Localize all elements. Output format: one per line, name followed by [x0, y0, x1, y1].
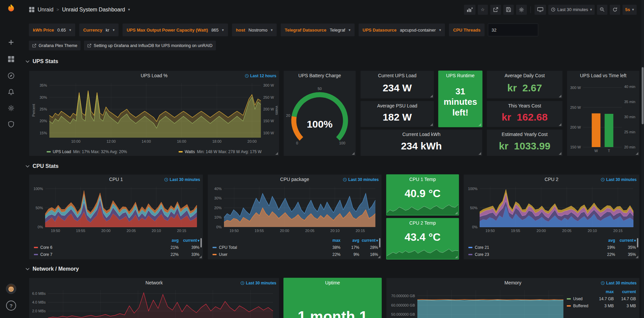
variable-kwh-price[interactable]: kWh Price 0.65 ▾: [29, 24, 75, 36]
panel-time-override[interactable]: Last 30 minutes: [601, 177, 637, 182]
cpu2-chart[interactable]: 0%50%100%19:5019:5520:0020:0520:1020:15: [465, 184, 638, 234]
legend-scrollbar[interactable]: [379, 238, 380, 247]
time-range-picker[interactable]: Last 30 minutes ▾: [548, 5, 595, 15]
panel-time-override[interactable]: Last 12 hours: [245, 74, 276, 78]
caret-down-icon: ▾: [349, 28, 351, 32]
legend-col-current[interactable]: current▾: [615, 238, 636, 243]
caret-down-icon: ▾: [69, 28, 71, 32]
panel-title[interactable]: Estimated Yearly Cost: [487, 130, 562, 139]
chevron-down-icon: [26, 60, 30, 63]
panel-time-override[interactable]: Last 30 minutes: [240, 281, 276, 285]
panel-title[interactable]: Uptime: [284, 278, 381, 287]
row-header-cpu-stats[interactable]: CPU Stats: [26, 163, 58, 169]
panel-title[interactable]: UPS Battery Charge: [284, 71, 356, 80]
legend-series[interactable]: Buffered: [567, 304, 592, 308]
row-header-ups-stats[interactable]: UPS Stats: [26, 58, 58, 64]
network-chart[interactable]: 2.0 MBs4.0 MBs6.0 MBs19:5019:5520:0020:0…: [31, 287, 278, 318]
panel-title[interactable]: UPS Load %: [29, 71, 279, 80]
svg-text:20:00: 20:00: [101, 229, 111, 233]
zoom-out-button[interactable]: [597, 5, 607, 15]
panel-title[interactable]: UPS Load vs Time left: [567, 71, 639, 80]
svg-text:200 W: 200 W: [570, 125, 581, 129]
svg-text:T: T: [608, 149, 610, 153]
panel-time-override[interactable]: Last 30 minutes: [343, 177, 379, 182]
ups-load-time-bars-chart[interactable]: 150 W200 W250 W300 W20 min25 min30 min35…: [568, 80, 638, 154]
dashboards-icon[interactable]: [8, 56, 14, 62]
panel-title[interactable]: This Years Cost: [487, 101, 562, 110]
link-ups-monitoring-guide[interactable]: Setting up Grafana and InfluxDB for UPS …: [84, 41, 216, 50]
variable-telegraf-datasource[interactable]: Telegraf Datasource Telegraf ▾: [281, 24, 355, 36]
panel-title[interactable]: UPS Runtime: [439, 71, 482, 80]
legend-col-avg[interactable]: avg: [158, 238, 179, 243]
panel-estimated-yearly-cost: Estimated Yearly Cost kr 1033.99: [487, 129, 563, 156]
variable-ups-max-output[interactable]: UPS Max Output Power Capacity (Watt) 865…: [123, 24, 228, 36]
star-dashboard-button[interactable]: ☆: [478, 5, 488, 15]
refresh-interval-picker[interactable]: 5s ▾: [623, 5, 637, 15]
cpu-threads-input[interactable]: 32: [488, 24, 538, 36]
add-panel-button[interactable]: [464, 5, 475, 15]
variable-ups-datasource[interactable]: UPS Datasource apcupsd-container ▾: [359, 24, 445, 36]
panel-title[interactable]: Average PSU Load: [361, 101, 434, 110]
legend-series[interactable]: Used: [567, 297, 592, 301]
time-range-label: Last 30 minutes: [557, 7, 588, 12]
refresh-button[interactable]: [610, 5, 620, 15]
row-header-network-memory[interactable]: Network / Memory: [26, 266, 79, 272]
user-avatar[interactable]: [6, 283, 16, 294]
legend-col-max[interactable]: max: [322, 238, 340, 243]
legend-series[interactable]: Core 21: [468, 245, 594, 250]
ups-load-chart[interactable]: 15%20%25%30%35%100 W150 W200 W250 W300 W…: [31, 80, 278, 144]
legend-item-watts[interactable]: Watts Min: 148 W Max: 278 W Avg: 175 W: [179, 149, 262, 154]
legend-col-current[interactable]: current▾: [359, 238, 378, 243]
breadcrumb-app[interactable]: Unraid: [38, 7, 53, 13]
legend-series[interactable]: User: [213, 252, 322, 257]
panel-title[interactable]: CPU 1 Temp: [386, 175, 459, 184]
cpu2-legend: avg current▾ Core 21 19% 35% Core 23 22%…: [468, 237, 636, 258]
share-dashboard-button[interactable]: [490, 5, 501, 15]
settings-gear-button[interactable]: [516, 5, 527, 15]
cpu1-chart[interactable]: 0%50%100%19:5019:5520:0020:0520:1020:15: [31, 184, 201, 234]
apps-grid-icon[interactable]: [29, 7, 35, 12]
cpu-package-chart[interactable]: 0%10%20%30%40%19:5019:5520:0020:0520:102…: [209, 184, 380, 234]
svg-text:0%: 0%: [472, 225, 477, 229]
legend-col-max[interactable]: max: [592, 289, 614, 294]
variable-host[interactable]: host Nostromo ▾: [232, 24, 277, 36]
memory-chart[interactable]: 50.000000 GB60.000000 GB70.000000 GB19:5…: [388, 287, 567, 318]
legend-scrollbar[interactable]: [200, 238, 202, 247]
svg-text:20:15: 20:15: [177, 229, 186, 233]
grafana-logo-icon[interactable]: [5, 3, 17, 15]
battery-gauge: 02050100: [284, 80, 356, 154]
alerting-bell-icon[interactable]: [8, 89, 14, 95]
cycle-view-monitor-button[interactable]: [535, 5, 546, 15]
panel-title[interactable]: Current Load kWh: [361, 130, 482, 139]
explore-compass-icon[interactable]: [8, 72, 15, 79]
legend-series[interactable]: Core 23: [468, 252, 594, 257]
page-scrollbar-thumb[interactable]: [642, 67, 644, 124]
link-grafana-plex-theme[interactable]: Grafana Plex Theme: [29, 41, 81, 50]
legend-series[interactable]: Core 6: [34, 245, 158, 250]
svg-text:10:00: 10:00: [71, 139, 81, 143]
legend-col-current[interactable]: current▾: [179, 238, 199, 243]
panel-title[interactable]: Average Daily Cost: [487, 71, 562, 80]
breadcrumb-dashboard-title[interactable]: Unraid System Dashboard: [62, 7, 125, 13]
panel-time-override[interactable]: Last 30 minutes: [601, 281, 637, 285]
legend-col-avg[interactable]: avg: [594, 238, 615, 243]
legend-series[interactable]: CPU Total: [213, 245, 322, 250]
admin-shield-icon[interactable]: [8, 121, 14, 128]
legend-series[interactable]: Core 7: [34, 252, 158, 257]
panel-title[interactable]: Current UPS Load: [361, 71, 434, 80]
panel-title[interactable]: CPU 2 Temp: [386, 218, 459, 227]
legend-col-avg[interactable]: avg: [340, 238, 359, 243]
svg-text:20:05: 20:05: [562, 229, 571, 233]
legend-item-ups-load[interactable]: UPS Load Min: 17% Max: 32% Avg: 20%: [47, 149, 127, 154]
variable-currency[interactable]: Currency kr ▾: [79, 24, 119, 36]
save-dashboard-button[interactable]: [503, 5, 514, 15]
configuration-gear-icon[interactable]: [8, 105, 14, 111]
legend-scrollbar[interactable]: [637, 238, 638, 247]
svg-text:20:15: 20:15: [356, 229, 365, 233]
panel-time-override[interactable]: Last 30 minutes: [164, 177, 200, 182]
svg-text:60.000000 GB: 60.000000 GB: [391, 303, 415, 307]
legend-col-current[interactable]: current: [614, 289, 636, 294]
help-icon[interactable]: ?: [6, 301, 16, 311]
svg-text:300 W: 300 W: [570, 86, 581, 90]
create-plus-icon[interactable]: [8, 39, 14, 46]
